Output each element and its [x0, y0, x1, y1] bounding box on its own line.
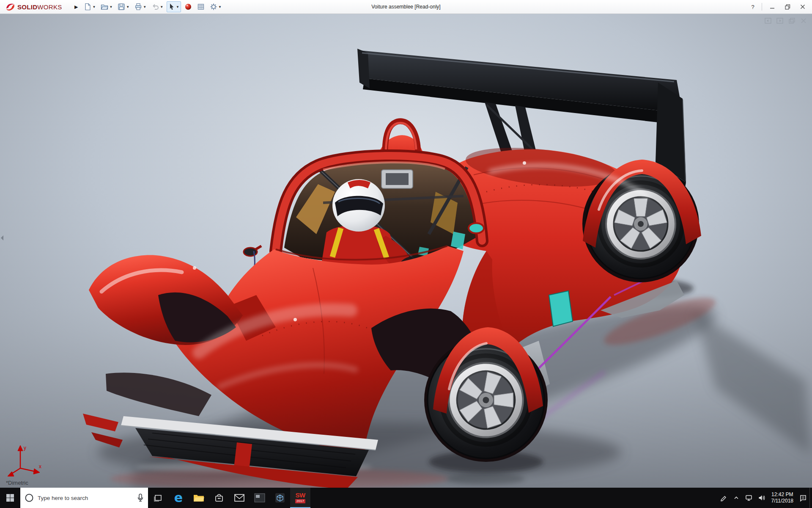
taskbar-search[interactable]: [20, 488, 148, 508]
restore-icon: [785, 4, 790, 10]
dropdown-caret-icon[interactable]: ▼: [176, 5, 179, 9]
titlebar: SOLIDWORKS ▶ ▼ ▼ ▼: [0, 0, 812, 14]
save-button[interactable]: ▼: [116, 1, 131, 12]
select-cursor-icon: [168, 3, 175, 11]
triad-x-label: x: [39, 464, 41, 469]
store-icon: [214, 493, 224, 503]
windows-logo-icon: [6, 494, 14, 502]
properties-table-icon: [197, 3, 205, 11]
select-tool-button[interactable]: ▼: [167, 1, 181, 12]
start-button[interactable]: [0, 488, 20, 508]
document-title: Voiture assemblee [Read-only]: [371, 4, 440, 10]
file-properties-button[interactable]: [195, 1, 206, 12]
minimize-button[interactable]: [765, 1, 779, 12]
taskbar-app-solidworks[interactable]: SW 2017: [290, 488, 310, 508]
separator: [762, 3, 762, 11]
dropdown-caret-icon[interactable]: ▼: [92, 5, 96, 9]
app-window-icon: [254, 493, 265, 502]
options-button[interactable]: ▼: [208, 1, 223, 12]
system-tray: 12:42 PM 7/11/2018: [717, 488, 812, 508]
dropdown-caret-icon[interactable]: ▼: [160, 5, 163, 9]
options-gear-icon: [210, 3, 217, 11]
solidworks-app-icon: SW 2017: [295, 492, 305, 503]
window-previous-button[interactable]: [764, 17, 772, 25]
file-explorer-icon: [193, 493, 204, 502]
show-desktop-button[interactable]: [809, 488, 812, 508]
menu-flyout-arrow-icon[interactable]: ▶: [74, 4, 78, 10]
dropdown-caret-icon[interactable]: ▼: [109, 5, 112, 9]
open-folder-icon: [101, 3, 108, 11]
search-input[interactable]: [38, 495, 133, 501]
restore-button[interactable]: [781, 1, 794, 12]
cortana-icon: [25, 493, 34, 502]
appearance-sphere-icon: [184, 3, 192, 11]
clock-time: 12:42 PM: [771, 491, 794, 498]
view-orientation-label: *Dimetric: [6, 480, 28, 486]
taskbar-clock[interactable]: 12:42 PM 7/11/2018: [768, 491, 797, 504]
featuremanager-collapse-arrow[interactable]: [0, 235, 4, 243]
windows-taskbar: e: [0, 488, 812, 508]
action-center-button[interactable]: [797, 488, 809, 508]
taskbar-app-edge[interactable]: e: [168, 488, 189, 508]
task-view-icon: [154, 494, 163, 502]
taskbar-app-3d-viewer[interactable]: [270, 488, 290, 508]
close-icon: [800, 4, 805, 9]
taskbar-app-store[interactable]: [209, 488, 229, 508]
new-document-icon: [84, 3, 91, 11]
left-mirror[interactable]: [244, 248, 257, 256]
print-icon: [134, 3, 142, 11]
pen-input-icon[interactable]: [717, 488, 730, 508]
quick-access-toolbar: ▼ ▼ ▼ ▼: [82, 1, 223, 12]
new-document-button[interactable]: ▼: [82, 1, 97, 12]
open-button[interactable]: ▼: [99, 1, 114, 12]
dropdown-caret-icon[interactable]: ▼: [143, 5, 146, 9]
mail-icon: [234, 494, 244, 502]
right-mirror[interactable]: [469, 223, 484, 233]
dropdown-caret-icon[interactable]: ▼: [126, 5, 129, 9]
titlebar-controls: ?: [747, 1, 809, 12]
print-button[interactable]: ▼: [133, 1, 148, 12]
viewport-3d-scene[interactable]: [0, 14, 812, 488]
document-restore-button[interactable]: [787, 17, 796, 25]
edit-appearance-button[interactable]: [183, 1, 194, 12]
edge-icon: e: [174, 491, 183, 504]
reference-triad[interactable]: y x: [3, 443, 44, 478]
minimize-icon: [770, 4, 775, 9]
taskbar-app-file-explorer[interactable]: [189, 488, 209, 508]
logo-text: SOLIDWORKS: [17, 3, 62, 11]
solidworks-logo: SOLIDWORKS: [3, 2, 74, 11]
side-vent-teal[interactable]: [549, 291, 573, 326]
solidworks-window: SOLIDWORKS ▶ ▼ ▼ ▼: [0, 0, 812, 508]
document-window-controls: [764, 17, 808, 25]
volume-icon[interactable]: [755, 488, 768, 508]
undo-icon: [151, 3, 159, 11]
taskbar-app-window[interactable]: [250, 488, 270, 508]
dropdown-caret-icon[interactable]: ▼: [218, 5, 222, 9]
ds-logo-icon: [5, 2, 15, 11]
help-button[interactable]: ?: [747, 4, 758, 10]
taskbar-app-mail[interactable]: [229, 488, 250, 508]
microphone-icon[interactable]: [137, 493, 144, 502]
window-next-button[interactable]: [776, 17, 784, 25]
show-hidden-icons-button[interactable]: [730, 488, 743, 508]
network-icon[interactable]: [743, 488, 755, 508]
close-button[interactable]: [796, 1, 809, 12]
document-close-button[interactable]: [799, 17, 808, 25]
save-icon: [118, 3, 125, 11]
graphics-area[interactable]: y x *Dimetric: [0, 14, 812, 488]
triad-y-label: y: [24, 445, 26, 451]
clock-date: 7/11/2018: [771, 498, 794, 504]
3d-cube-icon: [275, 493, 285, 503]
task-view-button[interactable]: [148, 488, 168, 508]
undo-button[interactable]: ▼: [150, 1, 165, 12]
